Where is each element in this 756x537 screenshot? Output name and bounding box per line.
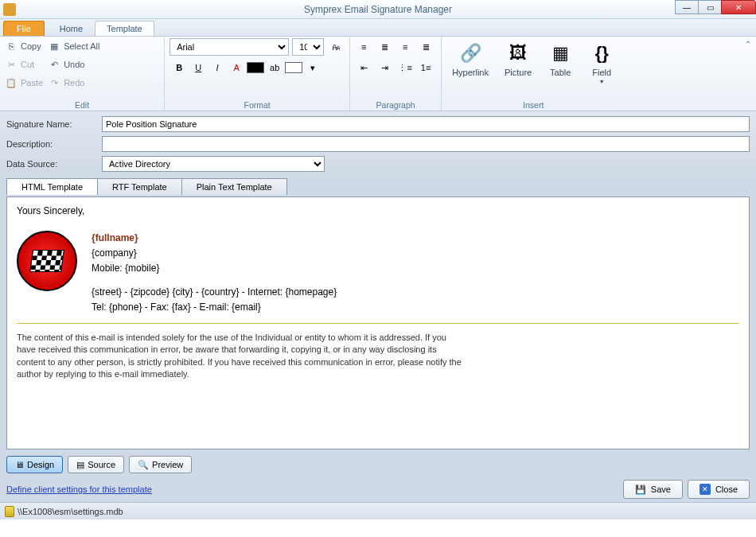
- align-justify-button[interactable]: ≣: [417, 38, 435, 56]
- font-color-button[interactable]: A: [227, 59, 246, 76]
- bullet-list-button[interactable]: ⋮≡: [396, 59, 414, 76]
- design-icon: 🖥: [15, 460, 24, 469]
- ribbon-group-insert: 🔗 Hyperlink 🖼 Picture ▦ Table {} Field ▼…: [442, 37, 625, 111]
- database-icon: [5, 506, 14, 517]
- undo-icon: ↶: [48, 58, 60, 71]
- close-label: Close: [715, 484, 738, 494]
- home-tab[interactable]: Home: [48, 21, 95, 36]
- copy-label: Copy: [21, 41, 41, 51]
- source-view-button[interactable]: ▤Source: [68, 456, 124, 473]
- preview-view-button[interactable]: 🔍Preview: [129, 456, 192, 473]
- format-group-label: Format: [170, 99, 345, 111]
- select-all-button[interactable]: ▦Select All: [48, 38, 159, 54]
- template-tab[interactable]: Template: [95, 21, 154, 36]
- paste-button[interactable]: 📋Paste: [5, 75, 43, 91]
- tel-line: Tel: {phone} - Fax: {fax} - E-mail: {ema…: [92, 300, 337, 314]
- hyperlink-button[interactable]: 🔗 Hyperlink: [446, 38, 494, 80]
- table-label: Table: [550, 68, 571, 77]
- source-icon: ▤: [76, 460, 84, 470]
- font-name-select[interactable]: Arial: [170, 38, 289, 56]
- save-button[interactable]: 💾Save: [623, 480, 683, 499]
- underline-button[interactable]: U: [189, 59, 208, 76]
- clear-format-button[interactable]: 🗛: [327, 38, 345, 56]
- close-icon: ✕: [699, 484, 711, 495]
- align-right-icon: ≡: [403, 42, 407, 52]
- number-list-button[interactable]: 1≡: [417, 59, 435, 76]
- align-center-button[interactable]: ≣: [376, 38, 393, 56]
- source-label: Source: [88, 460, 115, 469]
- undo-button[interactable]: ↶Undo: [48, 56, 159, 72]
- field-icon: {}: [589, 41, 614, 66]
- highlight-swatch[interactable]: [284, 59, 303, 76]
- close-button[interactable]: ✕Close: [688, 480, 750, 499]
- format-dropdown[interactable]: ▾: [303, 59, 322, 76]
- view-mode-bar: 🖥Design ▤Source 🔍Preview: [0, 453, 756, 477]
- form-area: Signature Name: Description: Data Source…: [0, 111, 756, 177]
- save-label: Save: [651, 484, 671, 494]
- status-bar: \\Ex1008\esm\settings.mdb: [0, 502, 756, 519]
- disclaimer-text: The content of this e-mail is intended s…: [17, 332, 462, 381]
- bold-button[interactable]: B: [170, 59, 189, 76]
- table-icon: ▦: [548, 41, 573, 66]
- data-source-label: Data Source:: [6, 159, 102, 169]
- close-window-button[interactable]: ✕: [721, 0, 756, 14]
- signature-name-input[interactable]: [102, 116, 750, 132]
- window-controls: — ▭ ✕: [676, 0, 756, 14]
- redo-icon: ↷: [48, 76, 60, 89]
- chevron-down-icon: ▼: [599, 79, 605, 84]
- collapse-ribbon-icon[interactable]: ⌃: [745, 40, 751, 49]
- greeting-text: Yours Sincerely,: [17, 204, 739, 218]
- font-size-select[interactable]: 10: [292, 38, 324, 56]
- main-tab-row: File Home Template: [0, 19, 756, 37]
- white-swatch-icon: [285, 62, 302, 73]
- app-title: Symprex Email Signature Manager: [304, 4, 452, 15]
- minimize-button[interactable]: —: [675, 0, 699, 14]
- insert-group-label: Insert: [446, 99, 620, 111]
- copy-icon: ⎘: [5, 40, 18, 53]
- editor-container: Yours Sincerely, {fullname} {company} Mo…: [0, 195, 756, 453]
- cut-button[interactable]: ✂Cut: [5, 56, 43, 72]
- picture-icon: 🖼: [505, 41, 531, 66]
- cut-label: Cut: [21, 60, 34, 69]
- field-button[interactable]: {} Field ▼: [583, 38, 620, 87]
- define-settings-link[interactable]: Define client settings for this template: [6, 484, 152, 494]
- description-label: Description:: [6, 139, 102, 149]
- font-color-swatch[interactable]: [246, 59, 265, 76]
- company-field: {company}: [92, 246, 337, 260]
- align-left-icon: ≡: [361, 42, 366, 52]
- picture-button[interactable]: 🖼 Picture: [499, 38, 537, 80]
- data-source-select[interactable]: Active Directory: [102, 156, 325, 172]
- signature-editor[interactable]: Yours Sincerely, {fullname} {company} Mo…: [6, 197, 750, 449]
- align-center-icon: ≣: [381, 42, 388, 53]
- signature-text-block: {fullname} {company} Mobile: {mobile} {s…: [92, 231, 337, 315]
- maximize-button[interactable]: ▭: [698, 0, 722, 14]
- highlight-icon: ab: [270, 63, 279, 72]
- rtf-template-tab[interactable]: RTF Template: [97, 178, 182, 195]
- copy-button[interactable]: ⎘Copy: [5, 38, 43, 54]
- hyperlink-label: Hyperlink: [452, 68, 489, 77]
- outdent-button[interactable]: ⇤: [355, 59, 372, 76]
- checkered-flag-icon: [29, 250, 64, 272]
- ribbon: ⌃ ⎘Copy ✂Cut 📋Paste ▦Select All ↶Undo ↷R…: [0, 37, 756, 111]
- html-template-tab[interactable]: HTML Template: [6, 178, 98, 195]
- redo-button[interactable]: ↷Redo: [48, 75, 159, 91]
- align-left-button[interactable]: ≡: [355, 38, 372, 56]
- description-input[interactable]: [102, 136, 750, 152]
- design-view-button[interactable]: 🖥Design: [6, 456, 63, 473]
- plain-template-tab[interactable]: Plain Text Template: [181, 178, 287, 195]
- italic-button[interactable]: I: [208, 59, 227, 76]
- mobile-field: Mobile: {mobile}: [92, 261, 337, 275]
- highlight-button[interactable]: ab: [265, 59, 284, 76]
- fullname-field: {fullname}: [92, 231, 337, 245]
- signature-name-label: Signature Name:: [6, 119, 102, 129]
- file-tab[interactable]: File: [3, 21, 45, 36]
- black-swatch-icon: [247, 62, 264, 73]
- ribbon-group-edit: ⎘Copy ✂Cut 📋Paste ▦Select All ↶Undo ↷Red…: [0, 37, 165, 111]
- divider: [17, 323, 739, 324]
- ribbon-group-paragraph: ≡ ≣ ≡ ≣ ⇤ ⇥ ⋮≡ 1≡ Paragraph: [350, 37, 442, 111]
- select-all-label: Select All: [64, 41, 159, 51]
- align-right-button[interactable]: ≡: [396, 38, 414, 56]
- indent-button[interactable]: ⇥: [376, 59, 393, 76]
- table-button[interactable]: ▦ Table: [542, 38, 579, 80]
- template-tab-row: HTML Template RTF Template Plain Text Te…: [0, 177, 756, 195]
